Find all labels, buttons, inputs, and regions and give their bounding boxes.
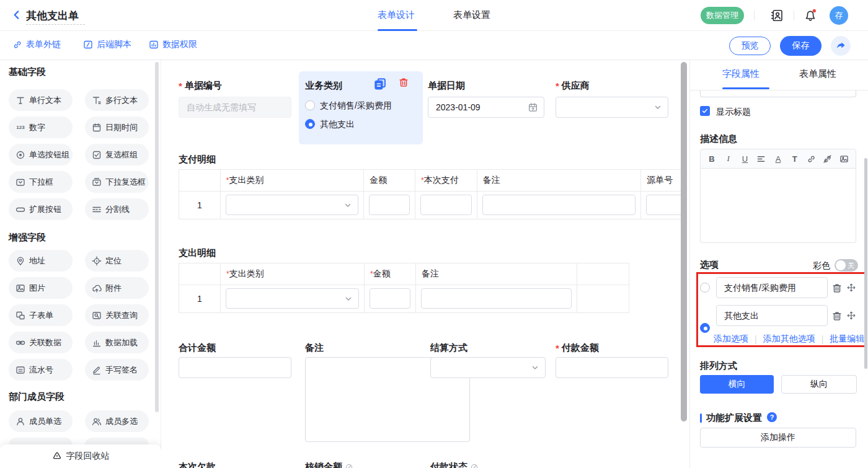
sidebar-item-location[interactable]: 定位 [85, 250, 149, 272]
data-manage-button[interactable]: 数据管理 [701, 7, 744, 24]
label-text: 供应商 [562, 80, 590, 92]
amount-input[interactable] [369, 195, 410, 215]
sidebar-item-radio-group[interactable]: 单选按钮组 [9, 144, 73, 166]
option-2-value: 其他支出 [724, 311, 759, 322]
sidebar-item-data-load[interactable]: 数据加载 [85, 332, 149, 353]
label-text: 单据日期 [428, 80, 465, 92]
bold-icon[interactable]: B [707, 154, 717, 164]
table-body-row: 1 [179, 285, 629, 312]
sidebar-item-member-multi[interactable]: 成员多选 [85, 410, 149, 432]
batch-edit-link[interactable]: 批量编辑 [830, 333, 864, 345]
avatar[interactable]: 存 [830, 6, 848, 25]
item-label: 关联查询 [105, 310, 138, 321]
share-button[interactable] [831, 36, 851, 56]
help-icon[interactable]: ? [767, 412, 777, 422]
doc-no-input[interactable] [179, 97, 291, 118]
radio-option-1[interactable] [305, 100, 315, 110]
option-2-radio[interactable] [700, 323, 710, 333]
doc-date-input[interactable]: 2023-01-09 [428, 97, 544, 118]
delete-field-icon[interactable] [398, 77, 409, 88]
show-title-checkbox[interactable] [700, 106, 710, 116]
remark-input[interactable] [482, 195, 636, 215]
align-icon[interactable] [756, 154, 766, 164]
link-icon[interactable] [807, 154, 817, 164]
unlink-icon[interactable] [823, 154, 833, 164]
sidebar-item-multi-select[interactable]: 下拉复选框 [85, 171, 149, 193]
tab-form-settings[interactable]: 表单设置 [453, 9, 490, 21]
option-2-move-icon[interactable] [846, 311, 856, 320]
sidebar-item-checkbox-group[interactable]: 复选框组 [85, 144, 149, 166]
add-action-button[interactable]: 添加操作 [700, 428, 856, 448]
sidebar-item-serial-number[interactable]: 流水号 [9, 359, 73, 381]
settlement-select[interactable] [430, 357, 546, 378]
arrangement-vertical-button[interactable]: 纵向 [781, 375, 857, 394]
option-1-move-icon[interactable] [846, 283, 856, 293]
field-recycle-bin[interactable]: 字段回收站 [0, 444, 161, 468]
sidebar-item-datetime[interactable]: 日期时间 [85, 117, 149, 138]
sidebar-item-related-data[interactable]: 关联数据 [9, 332, 73, 353]
sidebar-item-multi-line-text[interactable]: 多行文本 [85, 89, 149, 111]
tab-form-design[interactable]: 表单设计 [378, 9, 415, 21]
source-no-input[interactable] [646, 195, 681, 215]
sidebar-item-number[interactable]: 123数字 [9, 117, 73, 138]
expense-type-select[interactable] [226, 288, 359, 309]
amount-input[interactable] [370, 288, 410, 309]
sidebar-item-address[interactable]: 地址 [9, 250, 73, 272]
description-editor-body[interactable] [700, 169, 856, 243]
radio-option-2[interactable] [305, 119, 315, 129]
field-title-input-partial[interactable] [700, 91, 856, 97]
add-option-link[interactable]: 添加选项 [714, 333, 748, 345]
sidebar-item-attachment[interactable]: 附件 [85, 277, 149, 299]
remark-input[interactable] [421, 288, 572, 309]
sidebar-item-subform[interactable]: 子表单 [9, 304, 73, 326]
sidebar-item-single-line-text[interactable]: 单行文本 [9, 89, 73, 111]
notification-bell-icon[interactable] [804, 8, 817, 22]
canvas-scrollbar[interactable] [681, 62, 687, 422]
option-1-radio[interactable] [700, 283, 710, 293]
form-link-label: 表单外链 [26, 39, 61, 50]
preview-button[interactable]: 预览 [729, 37, 771, 55]
sidebar-item-signature[interactable]: 手写签名 [85, 359, 149, 381]
option-2-input[interactable]: 其他支出 [716, 305, 828, 326]
panel-scrollbar[interactable] [864, 158, 867, 369]
option-1-input[interactable]: 支付销售/采购费用 [716, 277, 828, 298]
color-toggle[interactable]: 关 [835, 259, 858, 272]
total-amount-input[interactable] [179, 357, 291, 378]
expense-type-select[interactable] [226, 195, 358, 215]
backend-script-link[interactable]: 后端脚本 [83, 39, 131, 50]
add-other-option-link[interactable]: 添加其他选项 [763, 333, 815, 345]
option-2-delete-icon[interactable] [831, 311, 843, 322]
sidebar-item-member-single[interactable]: 成员单选 [9, 410, 73, 432]
copy-field-icon[interactable] [373, 77, 387, 91]
label-text: 合计金额 [179, 342, 216, 354]
font-size-icon[interactable]: T [790, 154, 800, 164]
font-color-icon[interactable]: A [773, 154, 783, 164]
save-button[interactable]: 保存 [780, 36, 822, 56]
insert-image-icon[interactable] [839, 154, 849, 164]
item-label: 扩展按钮 [29, 204, 61, 215]
contacts-icon[interactable] [770, 9, 784, 22]
back-icon[interactable] [11, 9, 22, 20]
italic-icon[interactable]: I [724, 154, 733, 164]
option-1-delete-icon[interactable] [831, 283, 843, 294]
sidebar-item-select[interactable]: 下拉框 [9, 171, 73, 193]
sidebar-item-extend-button[interactable]: 扩展按钮 [9, 198, 73, 220]
sidebar-item-related-query[interactable]: 关联查询 [85, 304, 149, 326]
sidebar-scrollbar[interactable] [155, 62, 159, 412]
pay-status-label: 付款状态 [430, 461, 479, 468]
sidebar-item-image[interactable]: 图片 [9, 277, 73, 299]
doc-no-input-field[interactable] [179, 97, 291, 117]
form-external-link[interactable]: 表单外链 [12, 39, 61, 50]
underline-icon[interactable]: U [740, 154, 750, 164]
pay-amount-input[interactable] [556, 357, 668, 378]
tab-form-properties[interactable]: 表单属性 [799, 68, 836, 80]
arrangement-horizontal-button[interactable]: 横向 [700, 375, 774, 394]
supplier-select[interactable] [556, 97, 668, 118]
col-remark: 备注 [416, 263, 577, 285]
table-header-row: *支出类别 金额 *本次支付 备注 源单号 [179, 170, 681, 192]
tab-field-properties[interactable]: 字段属性 [722, 68, 760, 80]
selected-field-business-category[interactable]: 业务类别 支付销售/采购费用 其他支出 [299, 71, 423, 144]
data-permission-link[interactable]: 数据权限 [149, 39, 197, 50]
sidebar-item-divider-line[interactable]: 分割线 [85, 198, 149, 220]
this-payment-input[interactable] [420, 195, 472, 215]
